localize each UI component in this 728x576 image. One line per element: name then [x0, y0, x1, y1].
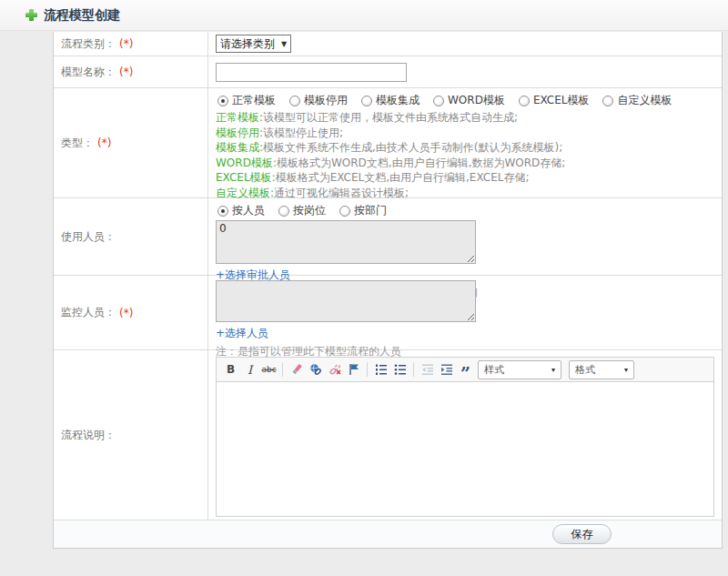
desc-term: 模板停用:	[216, 126, 263, 139]
category-label: 流程类别：	[61, 36, 116, 52]
category-select-value: 请选择类别	[220, 36, 275, 52]
users-label-cell: 使用人员：	[54, 198, 208, 275]
type-label: 类型：	[61, 136, 94, 151]
users-textarea[interactable]: 0	[216, 220, 476, 264]
desc-term: 模板集成:	[216, 141, 263, 154]
row-users: 使用人员： 按人员 按岗位 按部门 0 +选择审批人员 注：是指允许使用此模型的…	[54, 198, 722, 276]
radio-template-disabled[interactable]: 模板停用	[289, 93, 348, 108]
radio-custom-template[interactable]: 自定义模板	[602, 93, 672, 108]
process-model-form: 流程类别：(*) 请选择类别 ▼ 模型名称：(*) 类型：(*) 正常模板 模板…	[53, 32, 723, 549]
type-radio-group: 正常模板 模板停用 模板集成 WORD模板 EXCEL模板 自定义模板	[217, 93, 714, 108]
desc-text: 模板文件系统不作生成,由技术人员手动制作(默认为系统模板);	[263, 141, 562, 154]
name-value-cell	[208, 56, 722, 87]
radio-checked-icon	[217, 206, 228, 217]
row-category: 流程类别：(*) 请选择类别 ▼	[54, 32, 722, 56]
form-footer: 保存	[54, 520, 722, 548]
radio-icon	[602, 96, 613, 106]
description-label: 流程说明：	[61, 428, 116, 443]
anchor-flag-icon[interactable]	[344, 360, 363, 379]
desc-term: 自定义模板:	[216, 187, 274, 199]
radio-template-integrated[interactable]: 模板集成	[361, 93, 420, 108]
link-icon[interactable]	[306, 360, 325, 379]
monitors-label: 监控人员：	[61, 305, 116, 320]
model-name-input[interactable]	[216, 63, 407, 82]
remove-format-icon[interactable]	[287, 360, 306, 379]
radio-by-person[interactable]: 按人员	[217, 203, 265, 218]
type-desc-line: 模板集成:模板文件系统不作生成,由技术人员手动制作(默认为系统模板);	[216, 140, 714, 156]
page-header: 流程模型创建	[0, 0, 728, 31]
style-dropdown-label: 样式	[484, 363, 504, 377]
radio-normal-template[interactable]: 正常模板	[217, 93, 276, 108]
radio-label: EXCEL模板	[533, 93, 590, 108]
editor-content-area[interactable]	[217, 382, 713, 516]
desc-term: WORD模板:	[216, 157, 277, 169]
monitors-required-mark: (*)	[119, 307, 133, 319]
radio-by-position[interactable]: 按岗位	[278, 203, 326, 218]
indent-icon[interactable]	[437, 360, 456, 379]
blockquote-icon[interactable]	[456, 360, 475, 379]
row-model-name: 模型名称：(*)	[54, 56, 722, 88]
radio-icon	[361, 96, 372, 106]
chevron-down-icon: ▾	[551, 366, 555, 374]
desc-text: 模板格式为EXCEL文档,由用户自行编辑,EXCEL存储;	[276, 171, 530, 184]
category-value-cell: 请选择类别 ▼	[208, 32, 722, 56]
users-label: 使用人员：	[61, 229, 116, 245]
radio-label: 按部门	[354, 203, 387, 218]
desc-term: EXCEL模板:	[216, 171, 276, 184]
toolbar-separator	[282, 362, 283, 377]
page-title: 流程模型创建	[44, 7, 120, 24]
radio-icon	[278, 206, 289, 217]
format-dropdown-label: 格式	[575, 363, 595, 377]
category-select[interactable]: 请选择类别 ▼	[216, 35, 291, 53]
radio-label: 模板集成	[376, 93, 420, 108]
monitors-textarea[interactable]	[216, 280, 476, 322]
format-dropdown[interactable]: 格式 ▾	[569, 360, 634, 379]
type-desc-line: 正常模板:该模型可以正常使用，模板文件由系统格式自动生成;	[216, 110, 714, 126]
name-label-cell: 模型名称：(*)	[54, 56, 208, 87]
name-required-mark: (*)	[119, 66, 133, 78]
desc-term: 正常模板:	[216, 111, 263, 124]
style-dropdown[interactable]: 样式 ▾	[478, 360, 561, 379]
radio-excel-template[interactable]: EXCEL模板	[519, 93, 590, 108]
users-value-cell: 按人员 按岗位 按部门 0 +选择审批人员 注：是指允许使用此模型的人员，留空为…	[208, 198, 722, 275]
radio-icon	[339, 206, 350, 217]
desc-text: 模板格式为WORD文档,由用户自行编辑,数据为WORD存储;	[277, 157, 565, 169]
type-desc-line: WORD模板:模板格式为WORD文档,由用户自行编辑,数据为WORD存储;	[216, 156, 714, 171]
strikethrough-icon[interactable]	[259, 360, 278, 379]
toolbar-separator	[413, 362, 414, 377]
type-required-mark: (*)	[97, 136, 111, 149]
radio-icon	[519, 96, 530, 106]
model-name-label: 模型名称：	[61, 65, 116, 80]
desc-text: 该模型可以正常使用，模板文件由系统格式自动生成;	[263, 111, 518, 124]
select-people-link[interactable]: +选择人员	[216, 326, 268, 341]
bold-icon[interactable]	[221, 360, 240, 379]
editor-toolbar: 样式 ▾ 格式 ▾	[217, 358, 713, 382]
type-desc-line: 模板停用:该模型停止使用;	[216, 126, 714, 141]
chevron-down-icon: ▼	[281, 40, 287, 48]
row-type: 类型：(*) 正常模板 模板停用 模板集成 WORD模板 EXCEL模板 自定义…	[54, 88, 722, 198]
save-button[interactable]: 保存	[552, 524, 612, 544]
radio-by-department[interactable]: 按部门	[339, 203, 387, 218]
bullet-list-icon[interactable]	[390, 360, 410, 379]
radio-label: 自定义模板	[617, 93, 672, 108]
chevron-down-icon: ▾	[624, 366, 628, 374]
monitors-value-cell: +选择人员 注：是指可以管理此下模型流程的人员	[208, 276, 722, 349]
radio-label: 正常模板	[232, 93, 276, 108]
radio-label: 按人员	[232, 203, 265, 218]
numbered-list-icon[interactable]	[371, 360, 390, 379]
outdent-icon[interactable]	[418, 360, 437, 379]
monitors-label-cell: 监控人员：(*)	[54, 276, 208, 349]
toolbar-separator	[367, 362, 368, 377]
type-desc-line: EXCEL模板:模板格式为EXCEL文档,由用户自行编辑,EXCEL存储;	[216, 170, 714, 186]
radio-word-template[interactable]: WORD模板	[433, 93, 505, 108]
users-radio-group: 按人员 按岗位 按部门	[217, 203, 714, 218]
desc-text: 该模型停止使用;	[263, 126, 343, 139]
desc-text: 通过可视化编辑器设计模板;	[274, 187, 409, 199]
radio-icon	[433, 96, 444, 106]
unlink-icon[interactable]	[325, 360, 344, 379]
row-monitors: 监控人员：(*) +选择人员 注：是指可以管理此下模型流程的人员	[54, 276, 722, 350]
category-label-cell: 流程类别：(*)	[54, 32, 208, 56]
radio-label: 按岗位	[293, 203, 326, 218]
italic-icon[interactable]	[240, 360, 259, 379]
add-plus-icon	[25, 9, 37, 21]
